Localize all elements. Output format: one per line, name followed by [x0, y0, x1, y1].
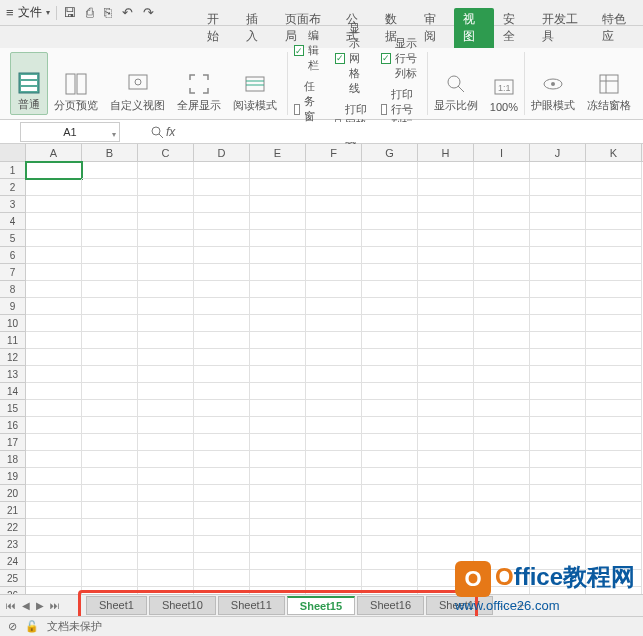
cell[interactable] — [474, 281, 530, 298]
cell[interactable] — [306, 417, 362, 434]
cell[interactable] — [418, 179, 474, 196]
cell[interactable] — [138, 230, 194, 247]
sheet-tab[interactable]: Sheet17 — [426, 596, 493, 615]
cell[interactable] — [250, 247, 306, 264]
cell[interactable] — [82, 230, 138, 247]
cell[interactable] — [474, 332, 530, 349]
cell[interactable] — [418, 553, 474, 570]
cell[interactable] — [138, 383, 194, 400]
read-mode-button[interactable]: 阅读模式 — [227, 52, 283, 115]
cell[interactable] — [82, 417, 138, 434]
cell[interactable] — [474, 519, 530, 536]
sheet-nav-prev-icon[interactable]: ◀ — [22, 600, 30, 611]
row-header[interactable]: 8 — [0, 281, 25, 298]
row-header[interactable]: 4 — [0, 213, 25, 230]
sheet-tab[interactable]: Sheet10 — [149, 596, 216, 615]
cell[interactable] — [586, 502, 642, 519]
cell[interactable] — [250, 230, 306, 247]
row-header[interactable]: 10 — [0, 315, 25, 332]
cell[interactable] — [306, 264, 362, 281]
row-header[interactable]: 14 — [0, 383, 25, 400]
cell[interactable] — [82, 451, 138, 468]
cell[interactable] — [418, 349, 474, 366]
check-gridlines[interactable]: ✓显示网格线 — [335, 21, 369, 96]
cell[interactable] — [530, 179, 586, 196]
cell[interactable] — [306, 485, 362, 502]
cell[interactable] — [306, 434, 362, 451]
normal-view-button[interactable]: 普通 — [10, 52, 48, 115]
cell[interactable] — [250, 468, 306, 485]
cell[interactable] — [138, 264, 194, 281]
cell[interactable] — [250, 349, 306, 366]
cell[interactable] — [138, 502, 194, 519]
cell[interactable] — [530, 230, 586, 247]
cell[interactable] — [306, 570, 362, 587]
cell[interactable] — [138, 417, 194, 434]
cell[interactable] — [26, 349, 82, 366]
cell[interactable] — [418, 383, 474, 400]
cell[interactable] — [138, 468, 194, 485]
cell[interactable] — [474, 451, 530, 468]
cell[interactable] — [82, 468, 138, 485]
cell[interactable] — [530, 349, 586, 366]
eye-mode-button[interactable]: 护眼模式 — [524, 52, 581, 115]
cell[interactable] — [362, 536, 418, 553]
cells-area[interactable] — [26, 162, 643, 636]
column-header[interactable]: A — [26, 144, 82, 161]
sheet-tab[interactable]: Sheet11 — [218, 596, 285, 615]
cell[interactable] — [418, 332, 474, 349]
cell[interactable] — [26, 502, 82, 519]
cell[interactable] — [138, 332, 194, 349]
cell[interactable] — [250, 264, 306, 281]
print-preview-icon[interactable]: ⎙ — [86, 5, 94, 20]
name-box-dropdown-icon[interactable]: ▾ — [112, 126, 116, 144]
cell[interactable] — [530, 434, 586, 451]
cell[interactable] — [194, 383, 250, 400]
cell[interactable] — [26, 179, 82, 196]
cell[interactable] — [26, 570, 82, 587]
cell[interactable] — [418, 213, 474, 230]
cell[interactable] — [418, 570, 474, 587]
cell[interactable] — [418, 519, 474, 536]
cell[interactable] — [530, 485, 586, 502]
cell[interactable] — [418, 264, 474, 281]
cell[interactable] — [26, 264, 82, 281]
cell[interactable] — [194, 570, 250, 587]
cell[interactable] — [194, 162, 250, 179]
cell[interactable] — [306, 502, 362, 519]
cell[interactable] — [82, 485, 138, 502]
cell[interactable] — [418, 281, 474, 298]
cell[interactable] — [586, 400, 642, 417]
save-icon[interactable]: 🖫 — [63, 5, 76, 20]
cell[interactable] — [26, 468, 82, 485]
cell[interactable] — [82, 315, 138, 332]
cell[interactable] — [586, 519, 642, 536]
cell[interactable] — [418, 196, 474, 213]
cell[interactable] — [530, 281, 586, 298]
tab-home[interactable]: 开始 — [198, 8, 237, 48]
cell[interactable] — [194, 264, 250, 281]
cell[interactable] — [194, 315, 250, 332]
cell[interactable] — [418, 485, 474, 502]
cell[interactable] — [26, 332, 82, 349]
cell[interactable] — [362, 162, 418, 179]
cell[interactable] — [530, 383, 586, 400]
cell[interactable] — [474, 502, 530, 519]
cell[interactable] — [306, 332, 362, 349]
cell[interactable] — [530, 519, 586, 536]
select-all-corner[interactable] — [0, 144, 26, 161]
cell[interactable] — [194, 281, 250, 298]
fx-button[interactable]: fx — [150, 125, 175, 139]
tab-security[interactable]: 安全 — [494, 8, 533, 48]
cell[interactable] — [138, 434, 194, 451]
zoom-ratio-button[interactable]: 显示比例 — [428, 52, 484, 115]
sheet-tab[interactable]: Sheet1 — [86, 596, 147, 615]
cell[interactable] — [138, 213, 194, 230]
cell[interactable] — [26, 519, 82, 536]
cell[interactable] — [250, 570, 306, 587]
cell[interactable] — [82, 264, 138, 281]
cell[interactable] — [26, 485, 82, 502]
cell[interactable] — [138, 451, 194, 468]
cell[interactable] — [474, 434, 530, 451]
cell[interactable] — [306, 451, 362, 468]
